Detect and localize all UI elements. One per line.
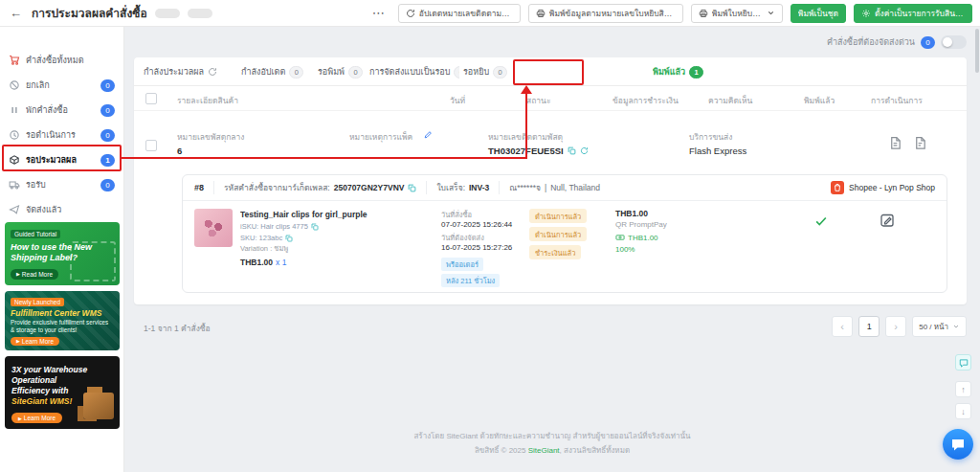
sidebar-item-shipped[interactable]: จัดส่งแล้ว <box>0 197 123 222</box>
payment-paid-value: THB1.00 <box>628 234 658 242</box>
chevron-down-icon[interactable] <box>767 9 775 17</box>
print-picklist-batch-button[interactable]: พิมพ์ข้อมูลตามหมายเลขใบหยิบสินค้าเป็นชุด <box>528 4 683 23</box>
next-page-button[interactable]: › <box>885 316 906 337</box>
edit-icon[interactable] <box>423 130 433 140</box>
printed-check-icon <box>814 214 828 228</box>
sidebar-item-to-process[interactable]: รอประมวลผล 1 <box>0 147 123 172</box>
ship-by-date-value: 16-07-2025 15:27:26 <box>441 243 537 252</box>
update-tracking-button[interactable]: อัปเดตหมายเลขติดตามพัสดุ <box>398 4 521 23</box>
print-invoice-icon[interactable] <box>913 136 927 150</box>
status-tag: ดำเนินการแล้ว <box>529 209 587 223</box>
column-header-payment: ข้อมูลการชำระเงิน <box>612 94 679 107</box>
product-sku: SKU: 123abc <box>240 233 368 244</box>
scrollbar-thumb[interactable] <box>975 29 979 73</box>
set-receiving-list-button[interactable]: ตั้งค่าเป็นรายการรับสินค้า <box>854 4 972 23</box>
copy-icon[interactable] <box>408 184 416 192</box>
column-header-status: สถานะ <box>526 94 550 107</box>
up-arrow-icon: ↑ <box>961 385 966 394</box>
sidebar-item-on-hold[interactable]: พักคำสั่งซื้อ 0 <box>0 98 123 123</box>
payment-cell: THB1.00 QR PromptPay THB1.00 100% <box>615 209 721 254</box>
learn-more-button[interactable]: ▶Learn More <box>11 337 59 346</box>
banner-shipping-label-tutorial[interactable]: Guided Tutorial How to use the New Shipp… <box>5 222 120 285</box>
tab-count-badge: 1 <box>689 66 703 79</box>
quick-ship-toggle[interactable] <box>941 35 967 49</box>
tab-updating[interactable]: กำลังอัปเดต 0 <box>241 57 312 86</box>
play-icon: ▶ <box>16 338 20 344</box>
copy-icon[interactable] <box>285 235 293 242</box>
status-tag: ดำเนินการแล้ว <box>529 227 587 241</box>
invoice-value: INV-3 <box>469 183 489 192</box>
page-title: การประมวลผลคำสั่งซื้อ <box>32 4 147 22</box>
banner-highlight: SiteGiant WMS! <box>11 396 72 406</box>
sidebar-item-label: พักคำสั่งซื้อ <box>26 103 95 117</box>
customer-name: ณ******จ <box>509 181 541 194</box>
refresh-icon[interactable] <box>208 67 217 77</box>
read-more-button[interactable]: ▶Read More <box>11 269 58 280</box>
clock-icon <box>9 129 20 141</box>
order-processing-page: ← การประมวลผลคำสั่งซื้อ ⋯ อัปเดตหมายเลขต… <box>0 0 980 472</box>
tab-processing[interactable]: กำลังประมวลผล <box>144 57 235 86</box>
tab-label: รอพิมพ์ <box>318 65 345 79</box>
button-label: พิมพ์เป็นชุด <box>798 7 838 20</box>
cta-label: Learn More <box>22 338 54 345</box>
footer-copyright: ลิขสิทธิ์ © 2025 SiteGiant, สงวนลิขสิทธิ… <box>124 444 980 457</box>
tab-to-pick[interactable]: รอหยิบ 0 <box>463 57 507 86</box>
current-page-button[interactable]: 1 <box>858 316 880 337</box>
feedback-widget-button[interactable] <box>955 354 971 371</box>
banner-body: Provide exclusive fulfillment services &… <box>11 319 114 334</box>
button-label: ตั้งค่าเป็นรายการรับสินค้า <box>875 7 965 20</box>
chevron-down-icon <box>952 323 960 330</box>
select-all-checkbox[interactable] <box>145 93 157 104</box>
tab-label: การจัดส่งแบบเป็นรอบ <box>369 65 450 79</box>
back-arrow-icon[interactable]: ← <box>8 6 24 20</box>
page-size-select[interactable]: 50 / หน้า <box>912 316 967 337</box>
invoice-info: ใบเสร็จ: INV-3 <box>426 181 499 194</box>
row-checkbox[interactable] <box>145 140 157 151</box>
date-cell: วันที่สั่งซื้อ 07-07-2025 15:26:44 วันที… <box>441 209 537 287</box>
sidebar-item-label: จัดส่งแล้ว <box>26 203 115 216</box>
sidebar-count-badge: 0 <box>100 104 115 117</box>
more-options-icon[interactable]: ⋯ <box>368 6 390 20</box>
order-card-header: #8 รหัสคำสั่งซื้อจากมาร์เก็ตเพลส: 250707… <box>183 175 947 201</box>
sidebar-item-pending[interactable]: รอดำเนินการ 0 <box>0 123 123 147</box>
tab-to-print[interactable]: รอพิมพ์ 0 <box>318 57 366 86</box>
product-thumbnail[interactable] <box>194 209 233 247</box>
sitegiant-link[interactable]: SiteGiant <box>528 446 560 455</box>
table-header: รายละเอียดสินค้า วันที่ สถานะ ข้อมูลการช… <box>134 86 967 111</box>
print-label-icon[interactable] <box>888 136 902 150</box>
product-name[interactable]: Testing_Hair clips for girl_purple <box>240 209 368 221</box>
refresh-icon[interactable] <box>580 146 589 155</box>
print-picklist-button[interactable]: พิมพ์ใบหยิบสินค้า <box>691 4 783 23</box>
live-chat-button[interactable] <box>943 429 973 460</box>
sidebar-item-to-receive[interactable]: รอรับ 0 <box>0 172 123 197</box>
banner-title: Fulfillment Center WMS <box>11 308 114 318</box>
tab-printed[interactable]: พิมพ์แล้ว 1 <box>653 57 714 86</box>
scroll-up-button[interactable]: ↑ <box>955 381 971 397</box>
tab-count-badge: 0 <box>454 66 459 79</box>
learn-more-button[interactable]: ▶Learn More <box>11 413 62 423</box>
play-icon: ▶ <box>18 416 22 421</box>
banner-sitegiant-wms[interactable]: 3X your Warehouse Operational Efficiency… <box>5 356 120 429</box>
column-header-actions: การดำเนินการ <box>871 94 923 107</box>
play-icon: ▶ <box>16 271 20 277</box>
column-header-product: รายละเอียดสินค้า <box>177 94 238 107</box>
cta-label: Read More <box>22 271 53 278</box>
orders-panel: กำลังประมวลผล กำลังอัปเดต 0 รอพิมพ์ 0 กา… <box>134 57 967 304</box>
copy-icon[interactable] <box>568 146 576 155</box>
sidebar-item-cancelled[interactable]: ยกเลิก 0 <box>0 73 123 98</box>
customer-info: ณ******จ | Null, Thailand <box>499 181 610 194</box>
copy-icon[interactable] <box>311 223 319 231</box>
invoice-label: ใบเสร็จ: <box>436 181 465 194</box>
scroll-down-button[interactable]: ↓ <box>955 403 971 419</box>
store-chip[interactable]: Shopee - Lyn Pop Shop <box>831 181 935 194</box>
tab-batch-shipping[interactable]: การจัดส่งแบบเป็นรอบ 0 <box>369 57 459 86</box>
order-card-body: Testing_Hair clips for girl_purple iSKU:… <box>183 201 947 292</box>
banner-fulfillment-wms[interactable]: Newly Launched Fulfillment Center WMS Pr… <box>5 291 120 350</box>
quick-ship-row: คำสั่งซื้อที่ต้องจัดส่งด่วน 0 <box>827 35 967 49</box>
prev-page-button[interactable]: ‹ <box>832 316 853 337</box>
edit-order-icon[interactable] <box>880 213 895 228</box>
marketplace-order-value: 250707GN2Y7VNV <box>334 183 405 192</box>
cart-icon <box>9 55 20 66</box>
sidebar-item-all-orders[interactable]: คำสั่งซื้อทั้งหมด <box>0 48 123 73</box>
print-batch-button[interactable]: พิมพ์เป็นชุด <box>791 4 846 23</box>
